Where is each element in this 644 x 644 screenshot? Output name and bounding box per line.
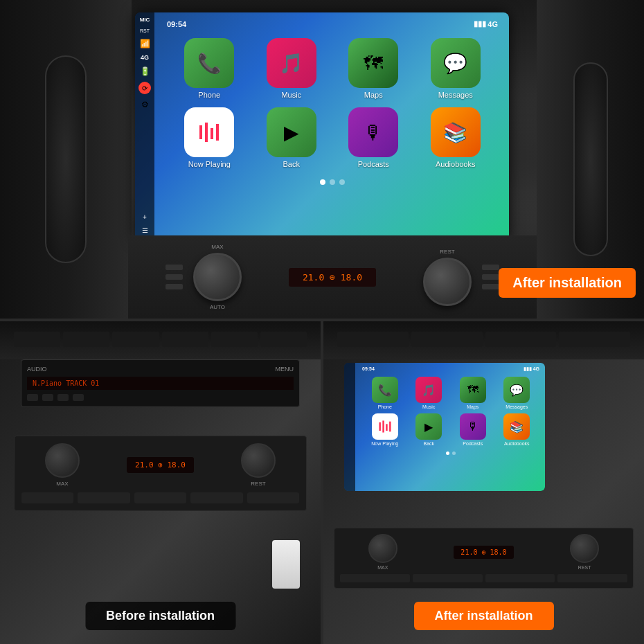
app-messages[interactable]: 💬 Messages	[419, 38, 493, 99]
gear-shift	[272, 540, 300, 589]
old-radio: AUDIO MENU N.Piano TRACK 01	[21, 359, 300, 407]
small-back-icon: ▶	[415, 413, 442, 440]
app-podcasts[interactable]: 🎙 Podcasts	[337, 107, 411, 168]
after-installation-badge-top: After installation	[499, 268, 636, 298]
cb-4[interactable]	[190, 492, 242, 503]
br-right-knob-group: REST	[570, 534, 599, 570]
maps-icon: 🗺	[348, 38, 398, 88]
button-2[interactable]	[166, 274, 183, 280]
button-6[interactable]	[482, 284, 499, 289]
rst-label: RST	[140, 28, 150, 33]
br-cb-4[interactable]	[557, 574, 627, 582]
br-climate-buttons	[340, 574, 627, 582]
svg-rect-7	[389, 422, 391, 432]
screen-sidebar: MIC RST 📶 4G 🔋 ⟳ ⚙ + ☰	[135, 12, 154, 241]
br-right-knob[interactable]	[570, 534, 599, 563]
svg-rect-1	[205, 123, 208, 142]
cb-3[interactable]	[134, 492, 186, 503]
small-back[interactable]: ▶ Back	[409, 413, 449, 446]
small-music-icon: 🎵	[415, 377, 442, 403]
rb-2[interactable]	[42, 394, 53, 401]
small-maps[interactable]: 🗺 Maps	[453, 377, 493, 409]
app-back[interactable]: ▶ Back	[255, 107, 329, 168]
rb-1[interactable]	[27, 394, 38, 401]
messages-label: Messages	[438, 91, 473, 99]
vent-4	[162, 332, 208, 347]
vent-6	[260, 332, 307, 347]
center-display: 21.0 ⊕ 18.0	[289, 268, 376, 287]
app-nowplaying[interactable]: Now Playing	[172, 107, 247, 168]
small-nowplaying[interactable]: Now Playing	[365, 413, 405, 446]
signal-4g: 4G	[141, 54, 149, 61]
dot-3	[339, 179, 345, 185]
small-nowplaying-icon	[372, 413, 398, 440]
after-installation-badge-br: After installation	[413, 602, 553, 630]
svg-rect-6	[386, 424, 387, 431]
right-controls: REST	[423, 249, 499, 306]
time-display: 09:54	[167, 20, 186, 28]
app-audiobooks[interactable]: 📚 Audiobooks	[419, 107, 493, 168]
small-messages-label: Messages	[506, 404, 528, 409]
small-podcasts-label: Podcasts	[463, 441, 483, 446]
svg-rect-0	[199, 125, 202, 139]
small-messages[interactable]: 💬 Messages	[497, 377, 537, 409]
bl-climate-buttons	[21, 492, 299, 503]
svg-rect-2	[211, 128, 213, 139]
cb-2[interactable]	[78, 492, 129, 503]
battery-icon: 🔋	[140, 66, 150, 76]
messages-icon: 💬	[431, 38, 481, 88]
top-panel: MIC RST 📶 4G 🔋 ⟳ ⚙ + ☰ 09:54	[0, 0, 644, 319]
small-nowplaying-label: Now Playing	[371, 441, 398, 446]
before-installation-panel: AUDIO MENU N.Piano TRACK 01	[0, 321, 321, 644]
small-music[interactable]: 🎵 Music	[409, 377, 449, 409]
phone-icon: 📞	[184, 38, 234, 88]
left-controls: MAX AUTO	[166, 244, 242, 310]
signal-type: 4G	[488, 20, 498, 28]
audiobooks-label: Audiobooks	[436, 160, 476, 168]
radio-buttons	[27, 394, 294, 401]
button-4[interactable]	[482, 265, 499, 270]
cb-5[interactable]	[247, 492, 299, 503]
dot-2	[330, 179, 335, 185]
small-audiobooks[interactable]: 📚 Audiobooks	[497, 413, 537, 446]
screen-content: 09:54 ▮▮▮ 4G 📞 Phone	[161, 18, 503, 185]
small-time: 09:54	[362, 366, 375, 372]
br-cb-1[interactable]	[340, 574, 410, 582]
cb-1[interactable]	[21, 492, 73, 503]
app-music[interactable]: 🎵 Music	[255, 38, 329, 99]
rb-4[interactable]	[73, 394, 84, 401]
rest-label: REST	[440, 249, 454, 255]
right-knob[interactable]	[423, 258, 472, 306]
small-podcasts[interactable]: 🎙 Podcasts	[453, 413, 493, 446]
br-climate-row: MAX 21.0 ⊕ 18.0 REST	[340, 534, 627, 570]
car-before-bg: AUDIO MENU N.Piano TRACK 01	[0, 321, 321, 644]
app-phone[interactable]: 📞 Phone	[172, 38, 247, 99]
menu-icon: ☰	[142, 226, 148, 234]
br-vent-4	[559, 332, 630, 347]
bl-max-label: MAX	[56, 481, 68, 487]
bl-right-knob[interactable]	[241, 443, 276, 478]
back-label: Back	[283, 160, 300, 168]
nowplaying-icon	[184, 107, 234, 157]
br-left-knob[interactable]	[368, 534, 397, 563]
br-cb-3[interactable]	[485, 574, 555, 582]
music-label: Music	[281, 91, 301, 99]
button-5[interactable]	[482, 274, 499, 280]
max-label: MAX	[211, 244, 223, 250]
button-1[interactable]	[166, 265, 183, 270]
audiobooks-icon: 📚	[431, 107, 481, 157]
left-knob[interactable]	[193, 253, 242, 301]
right-knob-group: REST	[423, 249, 472, 306]
bl-left-knob[interactable]	[45, 443, 80, 478]
br-cb-2[interactable]	[413, 574, 483, 582]
temp-display: 21.0 ⊕ 18.0	[303, 272, 362, 283]
button-3[interactable]	[166, 284, 183, 289]
rb-3[interactable]	[57, 394, 69, 401]
br-max-label: MAX	[377, 565, 388, 570]
small-phone[interactable]: 📞 Phone	[365, 377, 405, 409]
small-dot-2	[452, 451, 456, 455]
svg-rect-3	[216, 124, 219, 141]
radio-display: N.Piano TRACK 01	[27, 377, 294, 390]
app-maps[interactable]: 🗺 Maps	[337, 38, 411, 99]
main-container: MIC RST 📶 4G 🔋 ⟳ ⚙ + ☰ 09:54	[0, 0, 644, 644]
